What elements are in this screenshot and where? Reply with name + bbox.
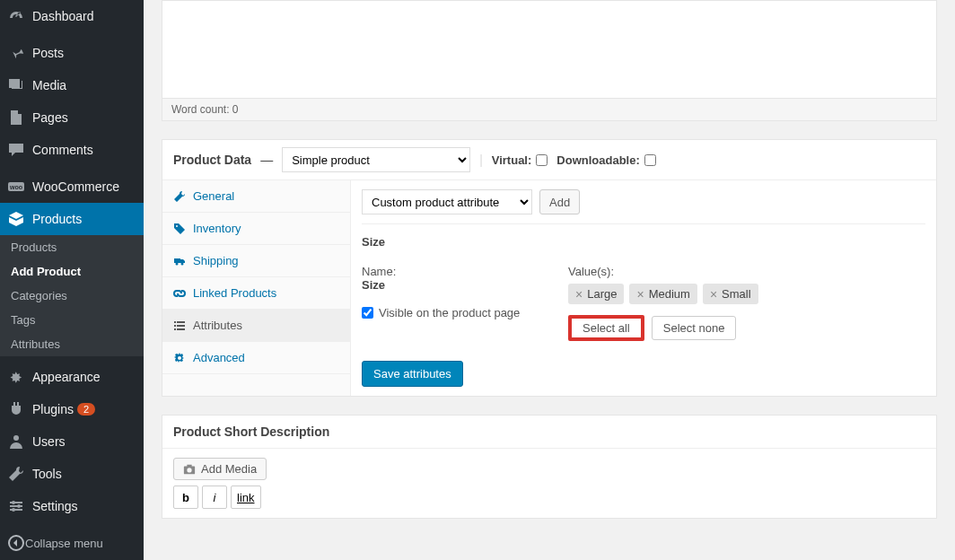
sidebar-item-users[interactable]: Users (0, 425, 144, 458)
admin-sidebar: Dashboard Posts Media Pages Comments woo… (0, 0, 144, 560)
remove-chip-icon[interactable]: × (575, 288, 583, 301)
tab-advanced[interactable]: Advanced (162, 342, 350, 374)
settings-icon (7, 497, 25, 515)
products-icon (7, 210, 25, 228)
tab-label: Advanced (193, 351, 245, 364)
tab-label: Shipping (193, 254, 239, 267)
sidebar-item-products[interactable]: Products (0, 203, 144, 235)
submenu-item-categories[interactable]: Categories (0, 284, 144, 308)
remove-chip-icon[interactable]: × (636, 288, 644, 301)
submenu-item-products[interactable]: Products (0, 235, 144, 259)
svg-rect-22 (187, 464, 191, 467)
svg-point-20 (178, 356, 181, 360)
list-icon (173, 319, 186, 332)
collapse-menu-button[interactable]: Collapse menu (0, 527, 144, 559)
tools-icon (7, 465, 25, 483)
values-label: Value(s): (568, 265, 758, 278)
dashboard-icon (7, 7, 25, 25)
svg-rect-17 (177, 325, 185, 327)
select-none-button[interactable]: Select none (652, 316, 737, 340)
media-icon (7, 76, 25, 94)
sidebar-item-pages[interactable]: Pages (0, 101, 144, 134)
sidebar-item-label: Tools (32, 467, 62, 481)
svg-point-2 (13, 435, 19, 441)
downloadable-label: Downloadable: (556, 153, 639, 167)
svg-point-7 (17, 504, 21, 508)
svg-rect-11 (174, 258, 180, 263)
sidebar-item-dashboard[interactable]: Dashboard (0, 0, 144, 32)
tab-inventory[interactable]: Inventory (162, 213, 350, 245)
comments-icon (7, 141, 25, 159)
sidebar-item-label: Settings (32, 499, 78, 513)
tag-icon (173, 223, 186, 235)
attribute-type-select[interactable]: Custom product attribute (362, 189, 532, 214)
chip-small[interactable]: ×Small (703, 284, 758, 304)
sidebar-item-label: Posts (32, 46, 64, 60)
bold-button[interactable]: b (173, 486, 198, 509)
virtual-checkbox-label[interactable]: Virtual: (492, 153, 548, 167)
chip-medium[interactable]: ×Medium (629, 284, 697, 304)
attribute-name-value: Size (362, 278, 532, 292)
tab-attributes[interactable]: Attributes (162, 310, 350, 342)
collapse-icon (7, 534, 25, 552)
products-submenu: Products Add Product Categories Tags Att… (0, 235, 144, 356)
tab-label: General (193, 189, 234, 203)
downloadable-checkbox[interactable] (644, 154, 656, 166)
product-data-title: Product Data (173, 153, 251, 167)
italic-button[interactable]: i (202, 486, 227, 509)
main-content: Word count: 0 Product Data — Simple prod… (144, 0, 955, 560)
word-count-label: Word count: 0 (162, 99, 937, 121)
svg-point-6 (12, 501, 15, 504)
product-type-select[interactable]: Simple product (282, 147, 470, 172)
visible-label: Visible on the product page (379, 306, 520, 319)
sidebar-item-label: Products (32, 212, 82, 226)
attribute-title: Size (362, 224, 925, 259)
appearance-icon (7, 368, 25, 386)
svg-text:woo: woo (9, 184, 22, 190)
pages-icon (7, 109, 25, 127)
visible-checkbox[interactable] (362, 307, 373, 319)
svg-rect-15 (177, 321, 185, 323)
link-button[interactable]: link (231, 486, 261, 509)
tab-shipping[interactable]: Shipping (162, 245, 350, 277)
dash: — (260, 153, 273, 167)
virtual-checkbox[interactable] (536, 154, 548, 166)
camera-icon (183, 463, 196, 476)
submenu-item-attributes[interactable]: Attributes (0, 332, 144, 356)
select-all-button[interactable]: Select all (568, 315, 644, 341)
sidebar-item-tools[interactable]: Tools (0, 458, 144, 490)
sidebar-item-media[interactable]: Media (0, 69, 144, 101)
sidebar-item-label: Media (32, 78, 66, 92)
remove-chip-icon[interactable]: × (710, 288, 717, 301)
downloadable-checkbox-label[interactable]: Downloadable: (556, 153, 655, 167)
sidebar-item-posts[interactable]: Posts (0, 37, 144, 69)
attributes-panel: Custom product attribute Add Size Name: … (351, 180, 936, 396)
sidebar-item-appearance[interactable]: Appearance (0, 361, 144, 393)
tab-linked-products[interactable]: Linked Products (162, 277, 350, 310)
tab-general[interactable]: General (162, 180, 350, 213)
svg-point-10 (176, 225, 178, 227)
sidebar-item-label: Appearance (32, 370, 101, 384)
virtual-label: Virtual: (492, 153, 532, 167)
sidebar-item-label: WooCommerce (32, 179, 119, 194)
sidebar-item-comments[interactable]: Comments (0, 134, 144, 166)
save-attributes-button[interactable]: Save attributes (362, 361, 463, 387)
product-data-header: Product Data — Simple product | Virtual:… (162, 140, 936, 180)
content-editor[interactable] (162, 0, 937, 99)
svg-rect-14 (174, 321, 176, 323)
submenu-item-tags[interactable]: Tags (0, 308, 144, 332)
add-attribute-button[interactable]: Add (539, 189, 580, 214)
wrench-icon (173, 190, 186, 203)
sidebar-item-woocommerce[interactable]: woo WooCommerce (0, 171, 144, 203)
pin-icon (7, 44, 25, 62)
chip-large[interactable]: ×Large (568, 284, 624, 304)
collapse-label: Collapse menu (25, 537, 103, 550)
submenu-item-add-product[interactable]: Add Product (0, 259, 144, 284)
sidebar-item-label: Pages (32, 110, 68, 125)
svg-rect-19 (177, 328, 185, 330)
name-label: Name: (362, 265, 532, 278)
sidebar-item-plugins[interactable]: Plugins 2 (0, 393, 144, 425)
add-media-button[interactable]: Add Media (173, 458, 267, 480)
sidebar-item-settings[interactable]: Settings (0, 490, 144, 522)
short-description-title: Product Short Description (162, 416, 936, 449)
